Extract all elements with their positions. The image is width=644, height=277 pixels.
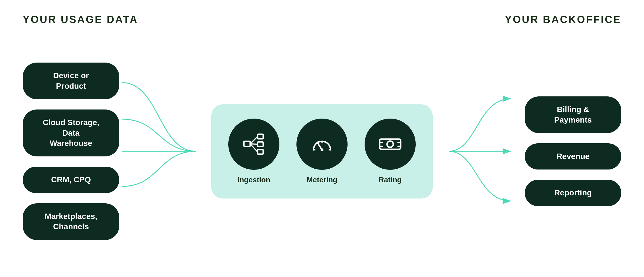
svg-point-14: [387, 141, 393, 147]
svg-rect-2: [258, 134, 263, 139]
left-pills: Device orProduct Cloud Storage,DataWareh…: [23, 63, 119, 240]
right-pills: Billing &Payments Revenue Reporting: [525, 96, 621, 206]
page-container: YOUR USAGE DATA YOUR BACKOFFICE: [0, 0, 644, 277]
process-item-rating: Rating: [365, 119, 416, 184]
pill-device-product: Device orProduct: [23, 63, 119, 99]
svg-rect-4: [258, 150, 263, 154]
metering-icon: [309, 131, 335, 157]
pill-revenue: Revenue: [525, 143, 621, 169]
left-section-title: YOUR USAGE DATA: [23, 14, 138, 26]
rating-label: Rating: [379, 175, 402, 184]
main-content: Device orProduct Cloud Storage,DataWareh…: [0, 26, 644, 277]
metering-circle: [296, 119, 348, 170]
pill-reporting: Reporting: [525, 180, 621, 206]
pill-crm-cpq: CRM, CPQ: [23, 167, 119, 193]
ingestion-icon: [241, 131, 267, 157]
pill-cloud-storage: Cloud Storage,DataWarehouse: [23, 109, 119, 156]
pill-marketplaces: Marketplaces,Channels: [23, 203, 119, 240]
svg-rect-1: [244, 141, 250, 146]
right-section-title: YOUR BACKOFFICE: [505, 14, 621, 26]
ingestion-circle: [228, 119, 279, 170]
rating-icon: [377, 131, 403, 157]
svg-line-6: [250, 144, 258, 144]
process-item-ingestion: Ingestion: [228, 119, 279, 184]
svg-rect-3: [258, 142, 263, 146]
pill-billing-payments: Billing &Payments: [525, 96, 621, 133]
metering-label: Metering: [307, 175, 337, 184]
center-process-box: Ingestion Metering: [211, 104, 433, 199]
svg-line-7: [250, 144, 258, 152]
process-item-metering: Metering: [296, 119, 348, 184]
svg-point-9: [321, 148, 323, 151]
top-labels: YOUR USAGE DATA YOUR BACKOFFICE: [0, 0, 644, 26]
ingestion-label: Ingestion: [237, 175, 270, 184]
svg-line-5: [250, 137, 258, 144]
rating-circle: [365, 119, 416, 170]
